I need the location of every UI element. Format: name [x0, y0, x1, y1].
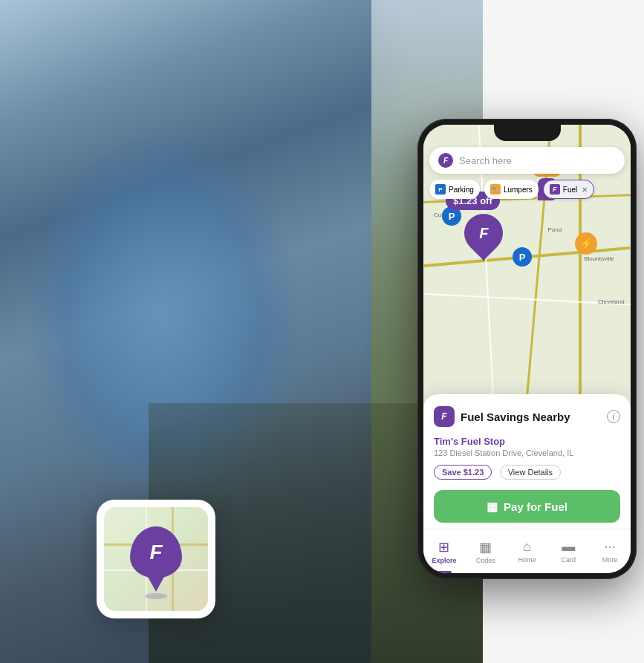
phone-notch [494, 125, 561, 141]
pin-shadow [145, 593, 167, 599]
home-icon: ⌂ [523, 539, 531, 555]
chip-lumpers[interactable]: 🔧 Lumpers [484, 180, 539, 199]
explore-icon: ⊞ [438, 539, 449, 555]
phone-mockup: Cullman Eva Egypt Blountsville Cleveland… [417, 119, 637, 579]
chip-fuel[interactable]: F Fuel ✕ [543, 180, 594, 199]
phone-screen: Cullman Eva Egypt Blountsville Cleveland… [423, 125, 631, 573]
card-icon: ▬ [562, 539, 575, 555]
main-fuel-pin[interactable]: F [464, 214, 503, 261]
orange-pin-icon: ⚡ [575, 232, 597, 255]
fuel-chip-label: Fuel [563, 186, 577, 194]
app-icon-map-bg: F [104, 507, 208, 611]
fuel-chip-icon: F [550, 184, 560, 195]
chip-parking[interactable]: P Parking [429, 180, 480, 199]
lightning-icon: ⚡ [580, 238, 593, 249]
card-fuel-icon: F [434, 406, 455, 427]
bottom-card: F Fuel Savings Nearby i Tim's Fuel Stop … [423, 394, 631, 529]
fuel-stop-address: 123 Diesel Station Drive, Cleveland, IL [434, 448, 620, 457]
more-icon: ··· [605, 539, 616, 555]
info-button[interactable]: i [607, 410, 620, 423]
nav-active-indicator [437, 571, 452, 573]
app-logo-pin: F [130, 526, 182, 586]
parking-chip-label: Parking [449, 186, 474, 194]
nav-item-home[interactable]: ⌂ Home [507, 539, 548, 564]
map-pin-orange[interactable]: ⚡ [575, 232, 597, 255]
map-pin-parking-2[interactable]: P [513, 247, 532, 267]
fuel-chip-close[interactable]: ✕ [582, 186, 588, 194]
card-logo-icon: F [441, 411, 446, 422]
codes-label: Codes [476, 557, 495, 564]
fuel-stop-name[interactable]: Tim's Fuel Stop [434, 436, 620, 447]
view-details-button[interactable]: View Details [500, 465, 561, 480]
nav-item-codes[interactable]: ▦ Codes [465, 539, 507, 564]
codes-icon: ▦ [479, 539, 492, 555]
pay-fuel-button[interactable]: ▦ Pay for Fuel [434, 490, 620, 523]
search-input[interactable]: Search here [459, 155, 616, 166]
parking-chip-icon: P [435, 184, 446, 195]
pin-body: F [130, 526, 182, 578]
parking-icon-2: P [513, 247, 532, 267]
app-icon-inner: F [104, 507, 208, 611]
nav-item-explore[interactable]: ⊞ Explore [423, 539, 465, 564]
town-label-cleveland: Cleveland [598, 298, 625, 305]
town-label-pond: Pond [547, 226, 562, 233]
pay-icon: ▦ [487, 500, 498, 514]
app-icon-card: F [97, 500, 215, 618]
search-bar[interactable]: F Search here [429, 147, 625, 174]
search-icon-circle: F [438, 153, 453, 168]
nav-item-more[interactable]: ··· More [589, 539, 631, 564]
pay-fuel-label: Pay for Fuel [504, 500, 567, 513]
map-area: Cullman Eva Egypt Blountsville Cleveland… [423, 125, 631, 414]
card-label: Card [562, 556, 576, 564]
card-title: Fuel Savings Nearby [461, 411, 607, 423]
bottom-nav: ⊞ Explore ▦ Codes ⌂ Home ▬ Card ··· More [423, 529, 631, 573]
main-pin-f-icon: F [479, 225, 488, 242]
more-label: More [602, 556, 618, 564]
lumpers-chip-icon: 🔧 [490, 184, 501, 195]
nav-item-card[interactable]: ▬ Card [547, 539, 589, 564]
pin-tip [147, 575, 165, 592]
lumpers-chip-label: Lumpers [504, 186, 533, 194]
logo-f-icon: F [149, 540, 162, 564]
search-logo-icon: F [443, 157, 448, 165]
explore-label: Explore [432, 557, 456, 564]
background-photo [0, 0, 483, 663]
main-pin-body: F [456, 206, 511, 261]
save-badge: Save $1.23 [434, 465, 492, 480]
action-buttons: Save $1.23 View Details [434, 465, 620, 484]
filter-chips: P Parking 🔧 Lumpers F Fuel ✕ [429, 180, 625, 199]
town-label-blountsville: Blountsville [584, 255, 614, 262]
card-header: F Fuel Savings Nearby i [434, 406, 620, 427]
home-label: Home [518, 556, 536, 564]
